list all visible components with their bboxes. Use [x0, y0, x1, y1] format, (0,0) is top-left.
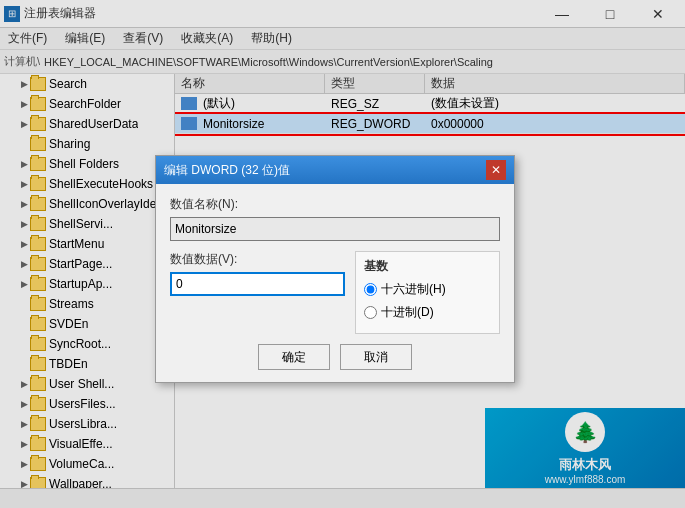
dec-radio[interactable]: [364, 306, 377, 319]
dialog-close-button[interactable]: ✕: [486, 160, 506, 180]
value-section: 数值数据(V):: [170, 251, 345, 334]
value-input[interactable]: [170, 272, 345, 296]
value-label: 数值数据(V):: [170, 251, 345, 268]
dialog-title-bar: 编辑 DWORD (32 位)值 ✕: [156, 156, 514, 184]
dialog-overlay: 编辑 DWORD (32 位)值 ✕ 数值名称(N): 数值数据(V): 基数 …: [0, 0, 685, 508]
name-input[interactable]: [170, 217, 500, 241]
ok-button[interactable]: 确定: [258, 344, 330, 370]
base-label: 基数: [364, 258, 491, 275]
value-base-row: 数值数据(V): 基数 十六进制(H) 十进制(D): [170, 251, 500, 334]
dec-radio-row[interactable]: 十进制(D): [364, 304, 491, 321]
hex-radio-row[interactable]: 十六进制(H): [364, 281, 491, 298]
edit-dword-dialog: 编辑 DWORD (32 位)值 ✕ 数值名称(N): 数值数据(V): 基数 …: [155, 155, 515, 383]
dialog-title: 编辑 DWORD (32 位)值: [164, 162, 290, 179]
dialog-buttons: 确定 取消: [170, 344, 500, 370]
cancel-button[interactable]: 取消: [340, 344, 412, 370]
hex-label: 十六进制(H): [381, 281, 446, 298]
dialog-body: 数值名称(N): 数值数据(V): 基数 十六进制(H) 十进制(D): [156, 184, 514, 382]
hex-radio[interactable]: [364, 283, 377, 296]
name-label: 数值名称(N):: [170, 196, 500, 213]
dec-label: 十进制(D): [381, 304, 434, 321]
base-section: 基数 十六进制(H) 十进制(D): [355, 251, 500, 334]
